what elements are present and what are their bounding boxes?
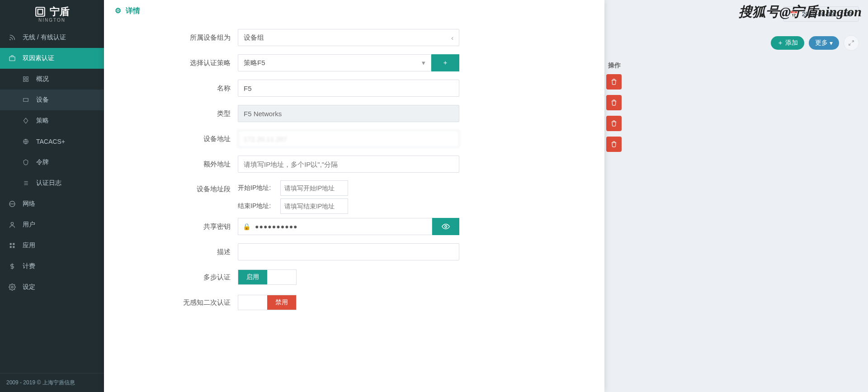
globe-icon [22, 137, 30, 146]
logo: 宁盾 NINGTON [0, 0, 104, 27]
list-icon [22, 179, 30, 187]
panel-header: ⚙ 详情 [104, 0, 604, 22]
briefcase-icon [8, 54, 16, 62]
subnav-authlog[interactable]: 认证日志 [0, 173, 104, 194]
nav-billing[interactable]: 计费 [0, 256, 104, 277]
diamond-icon [22, 117, 30, 125]
svg-rect-8 [24, 99, 28, 102]
panel-title: 详情 [126, 7, 140, 14]
label-secret: 共享密钥 [116, 222, 238, 231]
caret-down-icon: ▾ [422, 59, 425, 67]
plus-icon: ＋ [442, 59, 448, 67]
content-right: 📅 2019-08-19 11:09 ＋ 添加 更多 ▾ 操作 [604, 0, 868, 392]
delete-row-2[interactable] [606, 95, 622, 110]
label-policy: 选择认证策略 [116, 59, 238, 67]
svg-point-22 [445, 226, 447, 228]
subnav-overview[interactable]: 概况 [0, 69, 104, 90]
label-name: 名称 [116, 84, 238, 93]
delete-row-1[interactable] [606, 74, 622, 90]
svg-rect-17 [13, 243, 14, 245]
svg-rect-19 [13, 246, 14, 248]
user-icon [8, 221, 16, 229]
type-field: F5 Networks [238, 105, 459, 122]
subnav-token[interactable]: 令牌 [0, 152, 104, 173]
column-operate: 操作 [606, 57, 859, 74]
extra-addr-input[interactable] [238, 156, 459, 173]
passive-toggle[interactable]: 禁用 [238, 295, 297, 310]
svg-rect-5 [26, 77, 28, 79]
brand-sub: NINGTON [34, 18, 70, 23]
label-type: 类型 [116, 109, 238, 118]
chevron-down-icon: ▾ [830, 39, 833, 47]
label-passive: 无感知二次认证 [116, 298, 238, 307]
gear-icon: ⚙ [115, 7, 121, 14]
svg-rect-4 [24, 77, 25, 79]
add-button[interactable]: ＋ 添加 [771, 36, 804, 50]
name-input[interactable] [238, 80, 459, 97]
device-icon [22, 96, 30, 104]
label-desc: 描述 [116, 248, 238, 256]
nav-wireless-auth[interactable]: 无线 / 有线认证 [0, 27, 104, 48]
dollar-icon [8, 262, 16, 270]
svg-rect-7 [26, 80, 28, 81]
sidebar-footer: 2009 - 2019 © 上海宁盾信息 [0, 373, 104, 392]
grid-icon [22, 75, 30, 83]
label-addr: 设备地址 [116, 135, 238, 143]
label-end-ip: 结束IP地址: [238, 202, 280, 210]
nav-network[interactable]: 网络 [0, 194, 104, 214]
delete-row-3[interactable] [606, 116, 622, 131]
policy-select[interactable]: 策略F5 ▾ [238, 54, 431, 71]
start-ip-input[interactable] [280, 180, 348, 196]
svg-rect-0 [36, 7, 45, 16]
subnav-tacacs[interactable]: TACACS+ [0, 131, 104, 152]
subnav-policy[interactable]: 策略 [0, 110, 104, 131]
svg-point-2 [10, 39, 10, 40]
svg-point-21 [11, 286, 13, 288]
label-group: 所属设备组为 [116, 33, 238, 42]
lock-icon: 🔒 [243, 223, 250, 230]
label-addr-range: 设备地址段 [116, 180, 238, 194]
delete-row-4[interactable] [606, 137, 622, 152]
multistep-toggle[interactable]: 启用 [238, 269, 297, 285]
shield-icon [22, 158, 30, 166]
label-multi: 多步认证 [116, 273, 238, 282]
nav-settings[interactable]: 设定 [0, 277, 104, 298]
nav-user[interactable]: 用户 [0, 214, 104, 235]
svg-rect-3 [9, 57, 15, 61]
logo-icon [34, 6, 46, 18]
label-start-ip: 开始IP地址: [238, 184, 280, 192]
nav-app[interactable]: 应用 [0, 235, 104, 256]
nav-2fa[interactable]: 双因素认证 [0, 48, 104, 69]
chevron-left-icon: ‹ [451, 34, 453, 42]
add-policy-button[interactable]: ＋ [431, 54, 459, 71]
addr-input[interactable] [238, 130, 459, 147]
secret-input[interactable]: 🔒 ●●●●●●●●●● [238, 218, 432, 235]
detail-panel: ⚙ 详情 所属设备组为 设备组 ‹ 选择认证策略 策略F5 ▾ ＋ [104, 0, 604, 392]
svg-rect-18 [10, 246, 12, 248]
submenu-2fa: 概况 设备 策略 TACACS+ 令牌 认证日志 [0, 69, 104, 194]
more-button[interactable]: 更多 ▾ [809, 36, 839, 50]
svg-rect-16 [10, 243, 12, 245]
plus-icon: ＋ [777, 39, 783, 47]
svg-rect-6 [24, 80, 25, 81]
watermark: 搜狐号@宁盾nington [739, 3, 862, 21]
expand-button[interactable] [844, 35, 859, 51]
globe-icon [8, 200, 16, 208]
brand-name: 宁盾 [50, 5, 70, 19]
apps-icon [8, 241, 16, 250]
label-extra-addr: 额外地址 [116, 160, 238, 169]
gear-icon [8, 283, 16, 291]
desc-input[interactable] [238, 243, 459, 260]
end-ip-input[interactable] [280, 198, 348, 214]
rss-icon [8, 33, 16, 42]
svg-rect-1 [38, 9, 43, 14]
group-select[interactable]: 设备组 ‹ [238, 29, 459, 46]
sidebar: 宁盾 NINGTON 无线 / 有线认证 双因素认证 概况 设备 策略 TACA… [0, 0, 104, 392]
svg-point-15 [11, 222, 13, 225]
subnav-device[interactable]: 设备 [0, 90, 104, 110]
reveal-secret-button[interactable] [432, 218, 459, 235]
